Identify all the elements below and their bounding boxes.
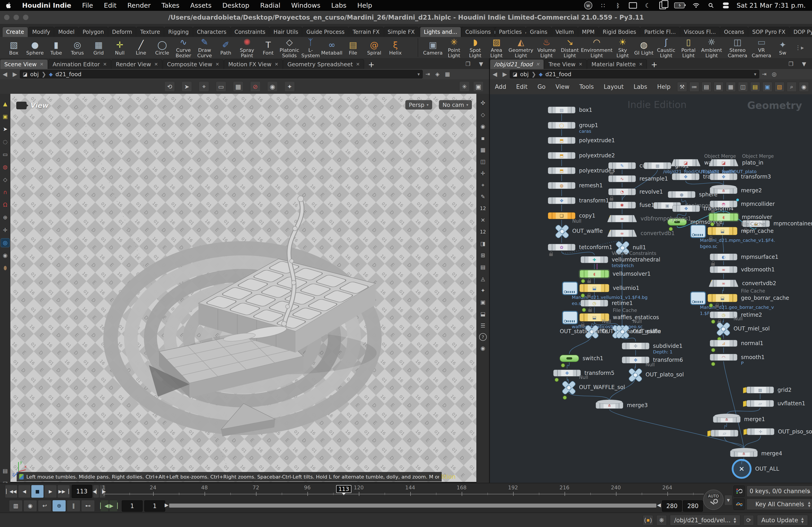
node-curve1[interactable]: ✎curve1 xyxy=(608,162,636,169)
lock-badge[interactable] xyxy=(711,210,715,213)
node-polyextrude2[interactable]: ⬒polyextrude2 xyxy=(548,152,575,159)
menu-takes[interactable]: Takes xyxy=(157,2,184,9)
lock-badge[interactable] xyxy=(588,281,591,283)
node-out-miel-sol[interactable]: NullOUT_miel_sol xyxy=(716,322,730,336)
display-badge[interactable] xyxy=(711,362,715,366)
node-body[interactable]: ▧ xyxy=(548,107,575,114)
netmenu-icon-2[interactable]: ▤ xyxy=(701,82,711,92)
playbar-option-4[interactable]: ∥ xyxy=(67,500,80,512)
netmenu-icon-3[interactable]: ▩ xyxy=(714,82,724,92)
node-out-waffle[interactable]: NullOUT_waffle xyxy=(555,224,569,238)
shelf-tab-guide-process[interactable]: Guide Process xyxy=(303,27,348,37)
node-body[interactable]: ◖ xyxy=(709,213,738,221)
node-body[interactable]: ◪ xyxy=(671,159,700,166)
shelf-tab-viscous-fl[interactable]: Viscous Fl... xyxy=(680,27,720,37)
menu-windows[interactable]: Windows xyxy=(287,2,325,9)
node-body[interactable] xyxy=(732,459,752,479)
node-body[interactable] xyxy=(555,224,569,238)
viewport-tool-0[interactable]: ⟲ xyxy=(164,81,175,92)
shelf-tool-gi-light[interactable]: ◍GI Light xyxy=(633,40,654,56)
display-badge[interactable] xyxy=(581,293,585,298)
node-mpmsolver[interactable]: ◖mpmsolver xyxy=(709,213,738,221)
display-option-20[interactable]: ? xyxy=(479,333,487,341)
node-body[interactable]: ◔ xyxy=(608,189,636,195)
shelf-tool-helix[interactable]: ξHelix xyxy=(385,40,402,56)
node-body[interactable]: ◖ xyxy=(580,270,609,278)
persp-menu-button[interactable]: Persp▾ xyxy=(405,100,432,109)
node-polyextrude3[interactable]: ⬒polyextrude3 xyxy=(548,167,575,174)
node-transform6[interactable]: ✥transform6 xyxy=(622,357,649,363)
node-transform2[interactable]: ✥transform2 xyxy=(672,174,699,180)
netmenu-icon-10[interactable]: ◉ xyxy=(799,82,809,92)
shelf-tool-caustic-light[interactable]: ʃCaustic Light xyxy=(654,37,678,58)
display-badge[interactable] xyxy=(581,279,585,283)
shelf-tool-curve-bezier[interactable]: ∿Curve Bezier xyxy=(173,37,194,58)
display-badge[interactable] xyxy=(555,378,559,382)
node-retime1[interactable]: ◷retime1 xyxy=(581,300,608,306)
shelf-tool-sw[interactable]: ✦Sw xyxy=(772,40,793,56)
node-body[interactable]: ▱ xyxy=(746,400,774,407)
node-subdivide1[interactable]: ✣subdivide1Depth: 1 xyxy=(622,343,649,349)
left-tool-2[interactable]: ➤ xyxy=(1,125,10,133)
lock-badge[interactable] xyxy=(610,198,613,201)
shelf-tool-spiral[interactable]: @Spiral xyxy=(364,40,385,56)
node-merge2[interactable]: ⋔merge2 xyxy=(710,187,737,194)
node-switch1[interactable]: switch1 xyxy=(560,355,579,362)
node-body[interactable]: ⋔ xyxy=(710,187,737,194)
shelf-tool-platonic-solids[interactable]: ◇Platonic Solids xyxy=(279,37,300,58)
auto-key-caret[interactable]: ▼ xyxy=(724,495,732,506)
node-out-plato-sol[interactable]: NullOUT_plato_sol xyxy=(628,367,642,381)
node-geo-borrar-cache[interactable]: ⬓File Cachegeo_borrar_cacheMardini_d21.g… xyxy=(708,294,737,302)
pin-pane-icon[interactable]: ⇥ xyxy=(759,71,769,77)
bluetooth-icon[interactable]: ᛒ xyxy=(614,1,622,10)
node-vellumtetrahedral[interactable]: ✚Vellum Constraintsvellumtetrahedraltets… xyxy=(581,256,608,263)
node-body[interactable]: ⊿ xyxy=(710,340,737,347)
display-option-9[interactable]: 12 xyxy=(479,204,487,213)
node-fuse1[interactable]: ✱fuse1 xyxy=(608,202,636,209)
node-body[interactable]: ∞ xyxy=(607,215,637,222)
lock-badge[interactable] xyxy=(549,253,553,256)
shelf-tool-torus[interactable]: ◎Torus xyxy=(67,40,88,56)
pin-pane-icon[interactable]: ⇥ xyxy=(423,71,433,77)
netmenu-layout[interactable]: Layout xyxy=(599,84,629,90)
display-option-6[interactable]: ✛ xyxy=(479,169,487,178)
node-body[interactable]: ✥ xyxy=(672,205,700,212)
global-end-field[interactable]: 280 xyxy=(683,500,703,512)
node-remesh1[interactable]: ◍remesh1 xyxy=(548,182,575,189)
node-transform5[interactable]: ✥transform5 xyxy=(553,370,581,376)
viewport-tool-7[interactable]: ✦ xyxy=(285,81,295,92)
display-option-8[interactable]: ✎ xyxy=(479,193,487,201)
scene-tab-animation-editor[interactable]: Animation Editor✕ xyxy=(48,59,111,69)
menu-edit[interactable]: Edit xyxy=(100,2,121,9)
node-vellumio1[interactable]: ⬓vellumio1Mardini_d21.vellumio1_v1.$F4.b… xyxy=(579,284,609,292)
close-tab-icon[interactable]: ✕ xyxy=(536,62,539,67)
node-body[interactable] xyxy=(628,367,642,381)
node-out-all[interactable]: OUT_ALL xyxy=(732,459,752,479)
node-grid1[interactable]: ▦grid1 xyxy=(644,162,671,169)
playbar-option-5[interactable]: ⊷ xyxy=(81,500,95,512)
display-option-16[interactable]: ✦ xyxy=(479,286,487,295)
node-body[interactable]: ▦ xyxy=(746,387,774,393)
node-body[interactable]: ⬒ xyxy=(548,137,575,144)
range-start-arrow[interactable]: ▏◀ xyxy=(100,500,109,512)
shelf-tab-modify[interactable]: Modify xyxy=(28,27,54,37)
display-option-14[interactable]: ▤ xyxy=(479,263,487,271)
update-mode-select[interactable]: Auto Update▲▼ xyxy=(757,515,808,526)
left-tool-9[interactable]: ⊕ xyxy=(1,213,10,222)
wire-mpmsolver-mpm_cache[interactable] xyxy=(723,221,724,227)
scene-tab-add-tab[interactable]: + xyxy=(364,60,378,69)
nav-forward-icon[interactable]: ▶ xyxy=(10,71,20,77)
wire-uv1-merge4[interactable] xyxy=(724,437,744,449)
refresh-icon[interactable]: ⟳ xyxy=(743,515,754,525)
node-body[interactable]: ✱ xyxy=(608,202,636,209)
shelf-tab-deform[interactable]: Deform xyxy=(108,27,136,37)
shelf-tool-metaball[interactable]: ∞Metaball xyxy=(321,40,343,56)
node-plato-in[interactable]: ◪Object Mergeplato_in/obj/d21_food/OUT_p… xyxy=(709,159,738,166)
shelf-tool-environment-light[interactable]: ◠Environment Light xyxy=(581,37,612,58)
network-tab-tree-view[interactable]: Tree View✕ xyxy=(544,59,587,69)
left-tool-1[interactable]: ▣ xyxy=(1,112,10,121)
display-option-3[interactable]: ▪ xyxy=(479,134,487,142)
lock-badge[interactable] xyxy=(610,172,613,175)
display-option-4[interactable]: ▦ xyxy=(479,146,487,154)
wifi-icon[interactable] xyxy=(692,1,700,10)
